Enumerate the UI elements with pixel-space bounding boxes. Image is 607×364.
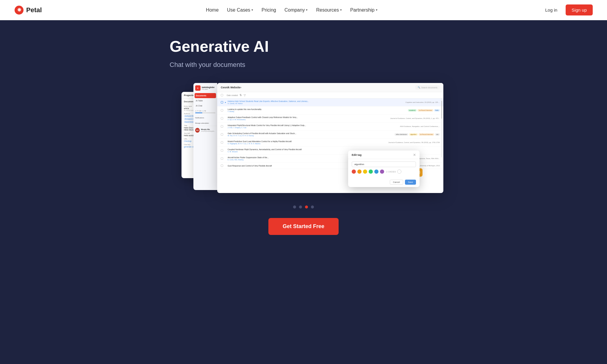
- row5-spacer: [225, 134, 226, 135]
- dialog-body: 2: D4D3D3: [348, 159, 420, 178]
- row5-title: Gain-Scheduling Control of Flexible Airc…: [228, 132, 393, 134]
- logo-icon: ❋: [14, 5, 24, 15]
- doc-scrollbar[interactable]: [441, 98, 442, 157]
- doc-row-4[interactable]: Integrated Flight/Structural Mode Contro…: [217, 123, 443, 131]
- color-yellow[interactable]: [363, 170, 367, 174]
- nav-resources[interactable]: Resources▾: [316, 7, 342, 13]
- hero-title: Generative AI: [170, 38, 437, 55]
- doc-row-1[interactable]: Helping High School Students Read Like E…: [217, 98, 443, 106]
- row4-spacer: [225, 126, 226, 127]
- svg-text:❋: ❋: [17, 7, 21, 12]
- dot-2[interactable]: [299, 205, 302, 208]
- row1-title: Helping High School Students Read Like E…: [228, 100, 404, 102]
- resources-chevron: ▾: [340, 8, 342, 12]
- color-red[interactable]: [352, 170, 356, 174]
- sidebar-user: WJ Wenjie Wu wenjie@kaleidoglob...: [193, 126, 217, 134]
- tag-affine: affine distribution: [395, 133, 408, 136]
- sidebar-item-ai-table[interactable]: AI Table: [195, 98, 216, 103]
- dot-3[interactable]: [305, 205, 308, 208]
- logo-text: Petal: [26, 6, 42, 14]
- logo[interactable]: ❋ Petal: [14, 5, 42, 15]
- dot-1[interactable]: [293, 205, 296, 208]
- login-button[interactable]: Log in: [542, 6, 561, 14]
- nav-pricing[interactable]: Pricing: [262, 7, 276, 13]
- hero-subtitle: Chat with your documents: [170, 61, 437, 69]
- nav-partnership[interactable]: Partnership▾: [350, 7, 378, 13]
- row9-checkbox[interactable]: [221, 164, 223, 167]
- row3-authors: Z. Qu, A. M. Annaswamy: [228, 119, 388, 120]
- nav-links: Home Use Cases▾ Pricing Company▾ Resourc…: [206, 7, 378, 13]
- row3-title: Adaptive Output-Feedback Control with Cl…: [228, 116, 388, 118]
- row5-authors: W. Tan, H. H. T. Liu, R. H. S. Kwong: [228, 135, 393, 136]
- storage-fill: [195, 112, 202, 113]
- row1-checkbox[interactable]: [221, 101, 223, 103]
- nav-actions: Log in Sign up: [542, 4, 593, 15]
- hero-section: Generative AI Chat with your documents P…: [0, 20, 607, 364]
- dialog-footer: Cancel Save: [348, 178, 420, 187]
- sidebar-item-ai-chat[interactable]: AI Chat: [195, 103, 216, 108]
- row4-authors: J. Che, I. Gregory, C. Cao: [228, 127, 398, 128]
- search-icon: 🔍: [418, 86, 420, 89]
- tag-input[interactable]: [352, 161, 416, 167]
- row6-authors: S. Haghighat, W. H. T. Liu, J. R. R. A. …: [228, 143, 387, 145]
- row4-checkbox[interactable]: [221, 125, 223, 128]
- color-purple[interactable]: [380, 170, 384, 174]
- tag-algorithm: algorithm: [409, 133, 418, 136]
- row4-meta: AIAA Guidance, Navigation, and Control C…: [400, 125, 440, 127]
- mockup-container: Properties ✎ ⤢ ✕ Document Properties Ent…: [182, 83, 425, 196]
- row1-meta: Cognition and Instruction, 33 (2015), pp…: [406, 101, 440, 103]
- doc-row-5[interactable]: Gain-Scheduling Control of Flexible Airc…: [217, 131, 443, 139]
- tag-1st-round: 1st Round Interview: [417, 109, 433, 112]
- doc-row-2[interactable]: Looking to update this new functionality…: [217, 106, 443, 114]
- color-green[interactable]: [369, 170, 373, 174]
- save-button[interactable]: Save: [405, 180, 416, 185]
- hero-text: Generative AI Chat with your documents: [170, 38, 437, 83]
- color-blue[interactable]: [374, 170, 378, 174]
- doc-scrollbar-thumb[interactable]: [441, 101, 442, 119]
- dialog-close-button[interactable]: ✕: [413, 153, 416, 157]
- row1-authors: S. Levine, W. Horton: [228, 103, 404, 104]
- app-sidebar: K kaleidoglobe Pro plan Documents AI Tab…: [193, 83, 217, 190]
- author-1: Junhyuk Oh: [184, 115, 194, 117]
- workspace-chevron[interactable]: ▾: [240, 86, 242, 89]
- storage-bar: [195, 112, 215, 113]
- row7-checkbox[interactable]: [221, 149, 223, 152]
- tag-abc: abc: [435, 133, 440, 136]
- row5-checkbox[interactable]: [221, 133, 223, 136]
- row2-checkbox[interactable]: [221, 109, 223, 112]
- doc-search[interactable]: 🔍 Search documents: [415, 85, 440, 90]
- row3-meta: Journal of Guidance, Control, and Dynami…: [390, 117, 440, 119]
- dialog-title: Edit tag: [352, 153, 362, 156]
- nav-home[interactable]: Home: [206, 7, 219, 13]
- nav-use-cases[interactable]: Use Cases▾: [227, 7, 253, 13]
- row9-spacer: [225, 165, 226, 166]
- row3-checkbox[interactable]: [221, 117, 223, 120]
- dot-4[interactable]: [311, 205, 314, 208]
- row8-checkbox[interactable]: [221, 157, 223, 160]
- sidebar-storage: 1.77 GB / 1 TB: [193, 108, 217, 115]
- signup-button[interactable]: Sign up: [566, 4, 593, 15]
- row6-checkbox[interactable]: [221, 141, 223, 144]
- sidebar-notifications[interactable]: Notifications: [193, 115, 217, 120]
- date-col-label[interactable]: Date created: [227, 94, 238, 96]
- cancel-button[interactable]: Cancel: [390, 180, 403, 185]
- color-row: 2: D4D3D3: [352, 170, 416, 174]
- doc-row-6[interactable]: Model-Predictive Gust Load Alleviation C…: [217, 139, 443, 147]
- row6-title: Model-Predictive Gust Load Alleviation C…: [228, 140, 387, 142]
- sidebar-item-documents[interactable]: Documents: [195, 93, 216, 98]
- nav-company[interactable]: Company▾: [284, 7, 308, 13]
- navbar: ❋ Petal Home Use Cases▾ Pricing Company▾…: [0, 0, 607, 20]
- color-orange[interactable]: [357, 170, 362, 174]
- sidebar-logo: K: [195, 85, 201, 91]
- color-empty[interactable]: [397, 170, 401, 174]
- tag-academic: academic: [408, 109, 417, 112]
- filter-icon[interactable]: ▽: [244, 94, 246, 97]
- doc-row-3[interactable]: Adaptive Output-Feedback Control with Cl…: [217, 114, 443, 123]
- sort-icon[interactable]: ⇅: [240, 94, 242, 97]
- storage-text: 1.77 GB / 1 TB: [195, 110, 215, 112]
- select-all-checkbox[interactable]: [221, 94, 223, 96]
- cta-button[interactable]: Get Started Free: [268, 218, 339, 235]
- sidebar-manage[interactable]: Manage subscription: [193, 120, 217, 126]
- doc-list-header: Cesnik Website ▾ 🔍 Search documents: [217, 83, 443, 92]
- sidebar-plan: Pro plan: [202, 88, 215, 90]
